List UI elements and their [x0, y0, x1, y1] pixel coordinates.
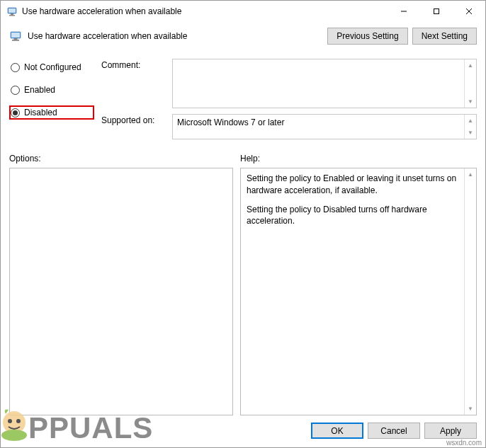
close-button[interactable]	[453, 1, 485, 22]
svg-rect-9	[14, 38, 18, 40]
minimize-button[interactable]	[388, 1, 420, 22]
policy-editor-window: Use hardware acceleration when available…	[0, 0, 486, 448]
comment-textarea[interactable]	[173, 59, 464, 108]
supported-box: Microsoft Windows 7 or later ▲ ▼	[172, 114, 477, 139]
header-row: Use hardware acceleration when available…	[1, 22, 485, 54]
svg-rect-10	[12, 40, 19, 41]
radio-label: Not Configured	[24, 62, 81, 72]
svg-rect-5	[434, 9, 439, 14]
state-radio-group: Not Configured Enabled Disabled	[9, 59, 94, 145]
help-scrollbar[interactable]: ▲ ▼	[464, 168, 476, 415]
supported-value: Microsoft Windows 7 or later	[173, 115, 464, 139]
radio-icon	[11, 108, 20, 117]
scroll-down-icon[interactable]: ▼	[465, 96, 476, 108]
svg-rect-2	[9, 15, 15, 16]
radio-label: Disabled	[24, 108, 57, 117]
comment-scrollbar[interactable]: ▲ ▼	[464, 59, 476, 108]
options-panel: Options:	[9, 154, 233, 415]
scroll-up-icon[interactable]: ▲	[465, 59, 476, 71]
comment-row: Comment: ▲ ▼	[101, 59, 477, 108]
svg-rect-1	[11, 13, 13, 15]
supported-row: Supported on: Microsoft Windows 7 or lat…	[101, 114, 477, 139]
svg-rect-11	[11, 33, 20, 38]
radio-not-configured[interactable]: Not Configured	[9, 60, 94, 74]
maximize-button[interactable]	[420, 1, 453, 22]
footer-buttons: OK Cancel Apply	[1, 415, 485, 447]
fields-column: Comment: ▲ ▼ Supported on: Microsoft Win…	[101, 59, 477, 145]
scroll-up-icon[interactable]: ▲	[465, 168, 476, 180]
comment-label: Comment:	[101, 59, 166, 108]
previous-setting-button[interactable]: Previous Setting	[327, 28, 407, 45]
radio-label: Enabled	[24, 85, 55, 95]
radio-icon	[11, 63, 20, 72]
supported-scrollbar[interactable]: ▲ ▼	[464, 115, 476, 139]
help-paragraph: Setting the policy to Disabled turns off…	[247, 204, 458, 228]
options-box	[9, 168, 233, 415]
radio-enabled[interactable]: Enabled	[9, 83, 94, 97]
help-box: Setting the policy to Enabled or leaving…	[240, 168, 477, 415]
lower-panels: Options: Help: Setting the policy to Ena…	[1, 145, 485, 415]
apply-button[interactable]: Apply	[424, 423, 477, 439]
policy-title: Use hardware acceleration when available	[28, 31, 323, 41]
window-controls	[388, 1, 485, 22]
policy-icon	[6, 6, 18, 17]
comment-textarea-wrap: ▲ ▼	[172, 59, 477, 108]
supported-label: Supported on:	[101, 114, 166, 139]
radio-disabled[interactable]: Disabled	[9, 105, 94, 120]
svg-rect-3	[9, 8, 16, 13]
titlebar: Use hardware acceleration when available	[1, 1, 485, 22]
window-title: Use hardware acceleration when available	[22, 6, 388, 16]
radio-icon	[11, 86, 20, 95]
next-setting-button[interactable]: Next Setting	[412, 28, 477, 45]
help-paragraph: Setting the policy to Enabled or leaving…	[247, 173, 458, 197]
help-text: Setting the policy to Enabled or leaving…	[241, 168, 464, 415]
ok-button[interactable]: OK	[311, 423, 363, 439]
options-label: Options:	[9, 154, 233, 163]
scroll-down-icon[interactable]: ▼	[465, 403, 476, 415]
help-panel: Help: Setting the policy to Enabled or l…	[240, 154, 477, 415]
scroll-up-icon[interactable]: ▲	[465, 115, 476, 127]
policy-header-icon	[9, 30, 22, 42]
cancel-button[interactable]: Cancel	[368, 423, 420, 439]
help-label: Help:	[240, 154, 477, 163]
scroll-down-icon[interactable]: ▼	[465, 127, 476, 139]
settings-row: Not Configured Enabled Disabled Comment:…	[1, 54, 485, 145]
